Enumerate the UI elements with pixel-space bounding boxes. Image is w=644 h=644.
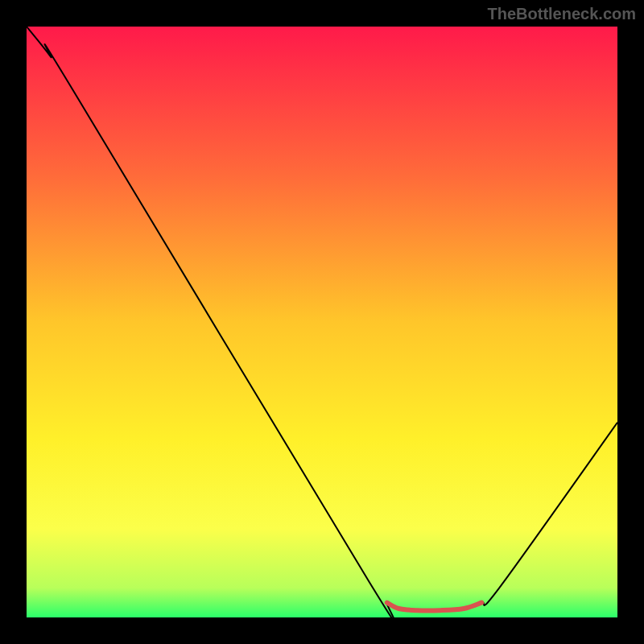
plot-area (27, 27, 617, 617)
gradient-background (27, 27, 617, 617)
watermark-text: TheBottleneck.com (488, 5, 636, 23)
chart-container: TheBottleneck.com (0, 0, 644, 644)
chart-svg (27, 27, 617, 617)
